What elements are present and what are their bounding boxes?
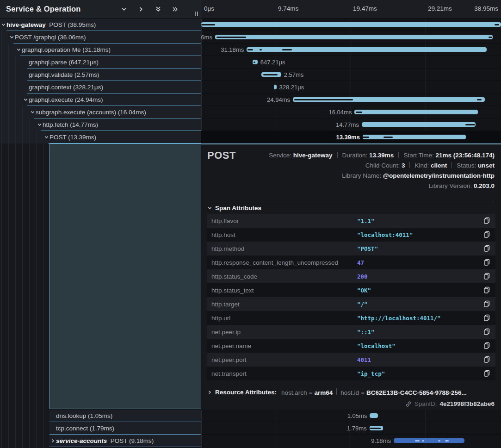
copy-icon[interactable] [483,300,491,308]
expand-caret[interactable] [29,110,36,115]
span-row[interactable]: graphql.operation Me (31.18ms)31.18ms [0,44,501,56]
copy-icon[interactable] [483,217,491,224]
chevron-down-icon[interactable] [120,6,128,13]
span-row[interactable]: dns.lookup (1.05ms)1.05ms [0,410,501,422]
expand-caret[interactable] [8,35,15,40]
indent-guide [8,93,15,106]
span-bar-cell[interactable]: 2.57ms [201,68,501,81]
copy-icon[interactable] [483,356,491,363]
span-bar[interactable] [362,122,476,127]
chevron-right-icon[interactable] [137,6,145,13]
copy-icon[interactable] [483,314,491,322]
span-bar-cell[interactable]: 9.18ms [201,435,501,447]
span-id-value: 4e21998f3b82abe6 [439,400,495,407]
span-row[interactable]: hive-gateway POST (38.95ms)38.95ms [0,19,501,31]
span-attributes-toggle[interactable]: Span Attributes [207,205,261,212]
expand-caret[interactable] [22,97,29,102]
double-chevron-right-icon[interactable] [172,6,179,13]
span-bar-cell[interactable]: 328.21μs [201,81,501,93]
span-bar[interactable] [261,72,281,77]
indent-guide [8,68,15,81]
child-span-mark [465,124,476,125]
overview-label: Duration: [342,152,370,159]
copy-icon[interactable] [483,328,491,336]
expand-caret[interactable] [0,22,6,27]
span-bar[interactable] [370,413,377,418]
expand-caret[interactable] [43,135,49,140]
span-row[interactable]: POST (13.39ms)13.39ms [0,131,501,143]
span-row[interactable]: tcp.connect (1.79ms)1.79ms [0,422,501,435]
span-row[interactable]: service-accounts POST (9.18ms)9.18ms [0,435,501,447]
span-bar[interactable] [201,22,501,27]
span-row[interactable]: graphql.parse (647.21μs)647.21μs [0,56,501,68]
selected-span-region[interactable] [49,143,201,409]
double-chevron-down-icon[interactable] [155,6,162,13]
span-name-cell[interactable]: graphql.context (328.21μs) [0,81,201,93]
span-row[interactable]: graphql.execute (24.94ms)24.94ms [0,93,501,106]
copy-icon[interactable] [483,259,491,266]
span-name-cell[interactable]: hive-gateway POST (38.95ms) [0,19,201,31]
span-bar-cell[interactable]: 24.94ms [201,93,501,106]
span-name-cell[interactable]: tcp.connect (1.79ms) [49,422,201,435]
child-span-mark [363,137,369,138]
copy-icon[interactable] [483,370,491,377]
expand-caret[interactable] [15,47,22,52]
copy-icon[interactable] [483,231,491,238]
copy-icon[interactable] [483,245,491,252]
span-bar[interactable] [247,47,487,52]
span-name-cell[interactable]: subgraph.execute (accounts) (16.04ms) [0,106,201,118]
span-bar-cell[interactable]: 38.95ms [201,19,501,31]
span-bar[interactable] [363,135,466,139]
span-row[interactable]: subgraph.execute (accounts) (16.04ms)16.… [0,106,501,118]
span-name-cell[interactable]: POST (13.39ms) [0,131,201,143]
span-name-cell[interactable]: graphql.validate (2.57ms) [0,68,201,81]
child-span-mark [247,49,253,50]
span-bar-cell[interactable]: 1.05ms [201,410,501,422]
span-name-cell[interactable]: dns.lookup (1.05ms) [49,410,201,422]
link-icon[interactable] [405,401,412,407]
resource-value: arm64 [314,389,333,396]
chevron-down-icon [1,22,6,27]
span-bar-cell[interactable]: 13.39ms [201,131,501,143]
duration-label: 14.77ms [336,121,359,128]
span-bar-cell[interactable]: 36.06ms [201,31,501,44]
overview-value: 0.203.0 [474,182,495,189]
operation-name: dns.lookup (1.05ms) [56,412,112,419]
span-name-cell[interactable]: POST /graphql (36.06ms) [0,31,201,44]
resource-attributes-toggle[interactable]: Resource Attributes: host.arch=arm64host… [207,388,467,396]
span-bar-cell[interactable]: 16.04ms [201,106,501,118]
span-row[interactable]: graphql.validate (2.57ms)2.57ms [0,68,501,81]
indent-guide [15,118,22,131]
copy-icon[interactable] [483,286,491,294]
duration-label: 24.94ms [267,96,290,103]
span-row[interactable]: http.fetch (14.77ms)14.77ms [0,118,501,131]
operation-name: tcp.connect (1.79ms) [56,425,114,432]
span-bar-cell[interactable]: 14.77ms [201,118,501,131]
expand-caret[interactable] [49,438,56,443]
copy-icon[interactable] [483,273,491,280]
child-span-mark [422,440,424,442]
overview-label: Kind: [414,162,431,169]
span-name-cell[interactable]: graphql.operation Me (31.18ms) [0,44,201,56]
expand-caret[interactable] [36,122,43,127]
span-bar[interactable] [394,438,464,443]
span-name-cell[interactable]: graphql.parse (647.21μs) [0,56,201,68]
operation-name: http.fetch (14.77ms) [43,121,98,128]
panel-resize-grip[interactable] [193,11,199,17]
span-name-cell[interactable]: service-accounts POST (9.18ms) [49,435,201,447]
span-bar-cell[interactable]: 1.79ms [201,422,501,435]
span-bar[interactable] [215,35,493,39]
copy-icon[interactable] [483,342,491,349]
span-row[interactable]: POST /graphql (36.06ms)36.06ms [0,31,501,44]
span-bar[interactable] [253,60,258,64]
span-bar[interactable] [354,110,478,114]
span-bar[interactable] [293,97,485,102]
span-name-cell[interactable]: graphql.execute (24.94ms) [0,93,201,106]
span-bar[interactable] [370,426,383,430]
span-bar[interactable] [274,85,276,89]
span-bar-cell[interactable]: 647.21μs [201,56,501,68]
span-name-cell[interactable]: http.fetch (14.77ms) [0,118,201,131]
divider [207,201,495,201]
span-bar-cell[interactable]: 31.18ms [201,44,501,56]
span-row[interactable]: graphql.context (328.21μs)328.21μs [0,81,501,93]
